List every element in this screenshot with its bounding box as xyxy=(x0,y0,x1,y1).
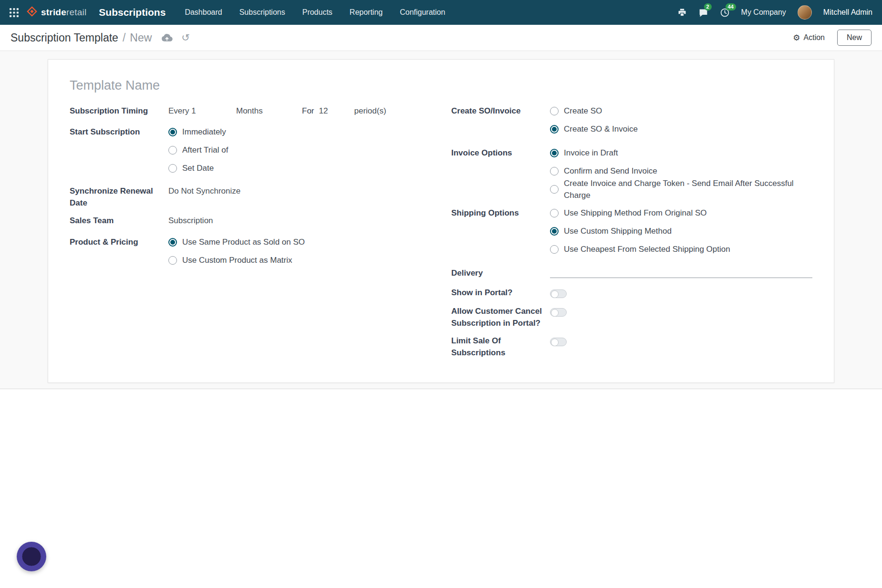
form-left-column: Subscription Timing Every 1 Months For 1… xyxy=(70,105,451,363)
messages-icon[interactable]: 2 xyxy=(698,8,708,18)
discard-undo-icon[interactable]: ↺ xyxy=(181,33,190,43)
start-subscription-options: Immediately Aftert Trial of Set Date xyxy=(168,126,451,180)
messages-badge: 2 xyxy=(704,3,712,10)
cloud-save-icon[interactable] xyxy=(161,33,173,42)
radio-confirm-and-send-invoice[interactable]: Confirm and Send Invoice xyxy=(550,165,812,177)
limit-sale-toggle[interactable] xyxy=(550,338,567,346)
radio-button-icon[interactable] xyxy=(550,167,559,175)
timing-for-label: For xyxy=(302,105,314,117)
sales-team-select[interactable]: Subscription xyxy=(168,216,213,225)
menu-item-reporting[interactable]: Reporting xyxy=(350,8,383,17)
menu-item-dashboard[interactable]: Dashboard xyxy=(185,8,222,17)
allow-customer-cancel-label: Allow Customer Cancel Subscription in Po… xyxy=(451,305,550,329)
field-limit-sale-of-subscriptions: Limit Sale Of Subscriptions xyxy=(451,335,812,359)
radio-label: Use Cheapest From Selected Shipping Opti… xyxy=(564,243,730,255)
menu-item-products[interactable]: Products xyxy=(302,8,332,17)
navbar-systray: 2 44 My Company Mitchell Admin xyxy=(677,5,872,20)
action-menu-button[interactable]: ⚙ Action xyxy=(788,30,830,45)
limit-sale-label: Limit Sale Of Subscriptions xyxy=(451,335,550,359)
radio-create-so[interactable]: Create SO xyxy=(550,105,812,117)
radio-start-after-trial[interactable]: Aftert Trial of xyxy=(168,144,451,156)
radio-label: Invoice in Draft xyxy=(564,147,618,159)
radio-cheapest-shipping-option[interactable]: Use Cheapest From Selected Shipping Opti… xyxy=(550,243,812,255)
company-switcher[interactable]: My Company xyxy=(741,8,786,17)
user-avatar[interactable] xyxy=(798,5,812,20)
synchronize-renewal-date-value: Do Not Synchronize xyxy=(168,185,451,209)
invoice-options-options: Invoice in Draft Confirm and Send Invoic… xyxy=(550,147,812,201)
radio-button-icon[interactable] xyxy=(168,164,177,173)
main-content: Subscription Timing Every 1 Months For 1… xyxy=(0,51,882,588)
allow-customer-cancel-toggle[interactable] xyxy=(550,308,567,317)
breadcrumb-root[interactable]: Subscription Template xyxy=(10,31,118,44)
timing-every-value[interactable]: Every 1 xyxy=(168,105,236,117)
user-menu[interactable]: Mitchell Admin xyxy=(823,8,872,17)
radio-start-immediately[interactable]: Immediately xyxy=(168,126,451,138)
new-button[interactable]: New xyxy=(837,30,872,46)
timing-unit-select[interactable]: Months xyxy=(236,105,302,117)
radio-button-icon[interactable] xyxy=(550,107,559,115)
radio-button-icon[interactable] xyxy=(168,256,177,265)
radio-label: Use Shipping Method From Original SO xyxy=(564,207,707,219)
radio-invoice-and-charge-token[interactable]: Create Invoice and Charge Token - Send E… xyxy=(550,183,812,195)
delivery-input[interactable] xyxy=(550,267,812,278)
action-menu-label: Action xyxy=(804,33,825,42)
livechat-bubble-button[interactable] xyxy=(17,542,46,571)
radio-label: Immediately xyxy=(182,126,226,138)
radio-label: Create SO xyxy=(564,105,602,117)
form-right-column: Create SO/Invoice Create SO Create SO & … xyxy=(451,105,812,363)
form-view-background: Subscription Timing Every 1 Months For 1… xyxy=(0,51,882,389)
show-in-portal-toggle[interactable] xyxy=(550,289,567,298)
radio-button-icon[interactable] xyxy=(550,245,559,254)
field-product-pricing: Product & Pricing Use Same Product as So… xyxy=(70,236,451,272)
radio-button-icon[interactable] xyxy=(550,125,559,134)
radio-button-icon[interactable] xyxy=(550,227,559,236)
limit-sale-value xyxy=(550,335,812,359)
print-icon[interactable] xyxy=(677,8,687,17)
timing-period-suffix: period(s) xyxy=(354,105,386,117)
apps-grid-icon[interactable] xyxy=(6,4,22,21)
radio-label: Set Date xyxy=(182,162,214,174)
radio-custom-product-matrix[interactable]: Use Custom Product as Matrix xyxy=(168,254,451,266)
radio-button-icon[interactable] xyxy=(168,128,177,136)
field-subscription-timing: Subscription Timing Every 1 Months For 1… xyxy=(70,105,451,117)
radio-shipping-from-original-so[interactable]: Use Shipping Method From Original SO xyxy=(550,207,812,219)
breadcrumb-current: New xyxy=(130,31,152,44)
radio-start-set-date[interactable]: Set Date xyxy=(168,162,451,174)
radio-custom-shipping-method[interactable]: Use Custom Shipping Method xyxy=(550,225,812,237)
top-navbar: strideretail Subscriptions Dashboard Sub… xyxy=(0,0,882,25)
radio-label: Create SO & Invoice xyxy=(564,123,638,135)
brand-name-bold: stride xyxy=(41,7,66,17)
delivery-value xyxy=(550,267,812,279)
radio-invoice-in-draft[interactable]: Invoice in Draft xyxy=(550,147,812,159)
start-subscription-label: Start Subscription xyxy=(70,126,168,180)
create-so-invoice-options: Create SO Create SO & Invoice xyxy=(550,105,812,141)
timing-periods-value[interactable]: 12 xyxy=(319,105,354,117)
app-menu: Dashboard Subscriptions Products Reporti… xyxy=(185,8,445,17)
template-name-input[interactable] xyxy=(70,75,478,96)
brand-logo-icon xyxy=(27,6,37,19)
radio-button-icon[interactable] xyxy=(550,185,559,194)
radio-button-icon[interactable] xyxy=(550,209,559,217)
current-app-name[interactable]: Subscriptions xyxy=(99,7,166,18)
menu-item-subscriptions[interactable]: Subscriptions xyxy=(239,8,285,17)
radio-label: Use Same Product as Sold on SO xyxy=(182,236,305,248)
show-in-portal-label: Show in Portal? xyxy=(451,287,550,299)
shipping-options-label: Shipping Options xyxy=(451,207,550,261)
synchronize-renewal-date-label: Synchronize Renewal Date xyxy=(70,185,168,209)
product-pricing-label: Product & Pricing xyxy=(70,236,168,272)
form-grid: Subscription Timing Every 1 Months For 1… xyxy=(70,105,812,363)
activities-badge: 44 xyxy=(726,3,736,10)
sync-renewal-select[interactable]: Do Not Synchronize xyxy=(168,186,240,196)
brand-logo[interactable]: strideretail xyxy=(27,6,86,19)
create-so-invoice-label: Create SO/Invoice xyxy=(451,105,550,141)
radio-button-icon[interactable] xyxy=(168,238,177,247)
radio-button-icon[interactable] xyxy=(550,149,559,157)
radio-same-product-as-so[interactable]: Use Same Product as Sold on SO xyxy=(168,236,451,248)
record-status-icons: ↺ xyxy=(161,33,190,43)
control-panel-actions: ⚙ Action New xyxy=(788,30,872,46)
radio-button-icon[interactable] xyxy=(168,146,177,155)
radio-create-so-and-invoice[interactable]: Create SO & Invoice xyxy=(550,123,812,135)
activities-clock-icon[interactable]: 44 xyxy=(720,8,730,18)
field-sales-team: Sales Team Subscription xyxy=(70,215,451,227)
menu-item-configuration[interactable]: Configuration xyxy=(400,8,445,17)
